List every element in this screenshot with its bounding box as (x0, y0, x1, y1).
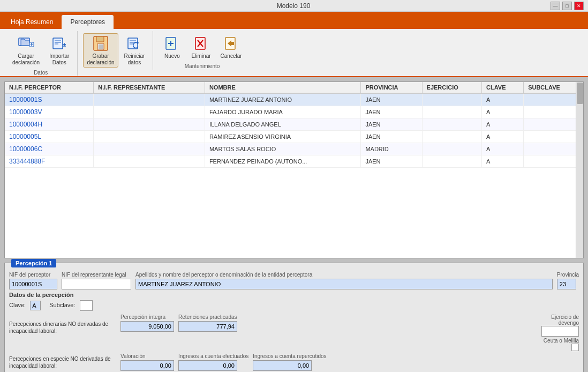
ingresos-cuenta-col: Ingresos a cuenta efectuados (178, 353, 248, 371)
ingresos-cuenta-input[interactable] (178, 360, 237, 371)
cell-ejercicio (422, 106, 481, 118)
cell-nombre: ILLANA DELGADO ANGEL (205, 118, 361, 131)
apellidos-input[interactable] (135, 279, 553, 289)
svg-rect-7 (96, 36, 104, 42)
cargar-declaracion-button[interactable]: Cargardeclaración (9, 33, 43, 68)
cell-ejercicio (422, 118, 481, 131)
col-ejercicio: EJERCICIO (422, 82, 481, 93)
provincia-input[interactable] (557, 279, 576, 289)
ejercicio-group: Ejercicio dedevengo (541, 314, 579, 337)
percepcion-especie-fields: Valoración Ingresos a cuenta efectuados … (120, 353, 579, 371)
title-bar: Modelo 190 — □ ✕ (0, 0, 588, 12)
eliminar-label: Eliminar (191, 53, 210, 59)
cell-subclave (524, 155, 583, 168)
cell-nif-rep (94, 131, 205, 143)
percepcion-integra-input[interactable] (120, 321, 174, 332)
ceuta-label: Ceuta o Melilla (544, 338, 579, 344)
nif-representante-group: NIF del representante legal (62, 272, 131, 289)
nif-representante-label: NIF del representante legal (62, 272, 131, 278)
cell-nif: 10000003V (5, 106, 94, 118)
grabar-icon (92, 35, 109, 52)
cancelar-icon (223, 35, 240, 52)
mantenimiento-group-label: Mantenimiento (185, 61, 220, 69)
maximize-button[interactable]: □ (562, 2, 572, 10)
ribbon-tabs: Hoja Resumen Perceptores (0, 12, 588, 29)
ingresos-repercutidos-input[interactable] (253, 360, 312, 371)
apellidos-group: Apellidos y nombre del perceptor o denom… (135, 272, 553, 289)
svg-rect-10 (128, 38, 138, 49)
cell-provincia: JAEN (361, 93, 422, 106)
cancelar-button[interactable]: Cancelar (217, 33, 246, 61)
nuevo-button[interactable]: Nuevo (159, 33, 185, 61)
nuevo-icon (163, 35, 180, 52)
retenciones-input[interactable] (178, 321, 237, 332)
col-provincia: PROVINCIA (361, 82, 422, 93)
valoracion-input[interactable] (120, 360, 174, 371)
cell-nif-rep (94, 106, 205, 118)
main-content: N.I.F. PERCEPTOR N.I.F. REPRESENTANTE NO… (0, 77, 588, 372)
cell-subclave (524, 131, 583, 143)
cell-nif: 10000004H (5, 118, 94, 131)
cargar-icon (18, 35, 35, 52)
cell-provincia: JAEN (361, 131, 422, 143)
cell-nombre: RAMIREZ ASENSIO VIRGINIA (205, 131, 361, 143)
table-row[interactable]: 10000001SMARTINEZ JUAREZ ANTONIOJAENA (5, 93, 583, 106)
cell-provincia: JAEN (361, 155, 422, 168)
table-row[interactable]: 10000005LRAMIREZ ASENSIO VIRGINIAJAENA (5, 131, 583, 143)
cell-nif-rep (94, 143, 205, 155)
cell-nif-rep (94, 118, 205, 131)
table-row[interactable]: 10000006CMARTOS SALAS ROCIOMADRIDA (5, 143, 583, 155)
ribbon-group-mantenimiento: Nuevo Eliminar (154, 31, 250, 69)
table-row[interactable]: 10000004HILLANA DELGADO ANGELJAENA (5, 118, 583, 131)
eliminar-icon (193, 35, 210, 52)
percepcion-row-1: Percepciones dinerarias NO derivadas de … (9, 314, 579, 351)
cell-nif: 10000001S (5, 93, 94, 106)
table-row[interactable]: 10000003VFAJARDO JURADO MARIAJAENA (5, 106, 583, 118)
close-button[interactable]: ✕ (574, 2, 584, 10)
cell-nombre: MARTOS SALAS ROCIO (205, 143, 361, 155)
datos-percepcion-title: Datos de la percepción (9, 292, 579, 298)
provincia-group: Provincia (557, 272, 579, 289)
col-clave: CLAVE (482, 82, 524, 93)
ceuta-group: Ceuta o Melilla (541, 338, 579, 351)
nif-perceptor-group: NIF del perceptor (9, 272, 57, 289)
ceuta-checkbox[interactable] (571, 344, 579, 351)
importar-datos-button[interactable]: ImportarDatos (46, 33, 73, 68)
cell-clave: A (482, 106, 524, 118)
cell-nif: 10000005L (5, 131, 94, 143)
minimize-button[interactable]: — (551, 2, 560, 10)
percepcion-integra-header: Percepción íntegra (120, 314, 174, 320)
col-nif-perceptor: N.I.F. PERCEPTOR (5, 82, 94, 93)
subclave-input[interactable] (80, 300, 93, 311)
reiniciar-datos-button[interactable]: Reiniciardatos (120, 33, 149, 68)
cell-ejercicio (422, 155, 481, 168)
clave-input[interactable] (30, 301, 41, 310)
cell-subclave (524, 118, 583, 131)
cell-subclave (524, 143, 583, 155)
nif-representante-input[interactable] (62, 279, 131, 289)
tab-perceptores[interactable]: Perceptores (62, 15, 114, 29)
datos-group-label: Datos (34, 68, 48, 76)
perceptores-table: N.I.F. PERCEPTOR N.I.F. REPRESENTANTE NO… (5, 82, 583, 168)
reiniciar-icon (126, 35, 143, 52)
col-nombre: NOMBRE (205, 82, 361, 93)
cell-clave: A (482, 143, 524, 155)
ejercicio-input[interactable] (541, 326, 579, 337)
ingresos-repercutidos-header: Ingresos a cuenta repercutidos (253, 353, 326, 359)
table-row[interactable]: 333444888FFERNANDEZ PEINADO (AUTONO...JA… (5, 155, 583, 168)
percepcion-dineraria-fields: Percepción íntegra Retenciones practicad… (120, 314, 537, 351)
cargar-label: Cargardeclaración (12, 53, 40, 66)
nif-perceptor-input[interactable] (9, 279, 57, 289)
table-area: N.I.F. PERCEPTOR N.I.F. REPRESENTANTE NO… (4, 81, 584, 258)
grabar-declaracion-button[interactable]: Grabardeclaración (83, 33, 118, 68)
cell-clave: A (482, 155, 524, 168)
window-title: Modelo 190 (36, 2, 551, 10)
table-scrollbar[interactable] (576, 82, 583, 258)
detail-top-row: NIF del perceptor NIF del representante … (9, 272, 579, 289)
cell-clave: A (482, 118, 524, 131)
eliminar-button[interactable]: Eliminar (187, 33, 214, 61)
cell-ejercicio (422, 131, 481, 143)
tab-hoja-resumen[interactable]: Hoja Resumen (2, 15, 62, 29)
cell-nombre: FERNANDEZ PEINADO (AUTONO... (205, 155, 361, 168)
percepcion-row-2: Percepciones en especie NO derivadas de … (9, 353, 579, 371)
